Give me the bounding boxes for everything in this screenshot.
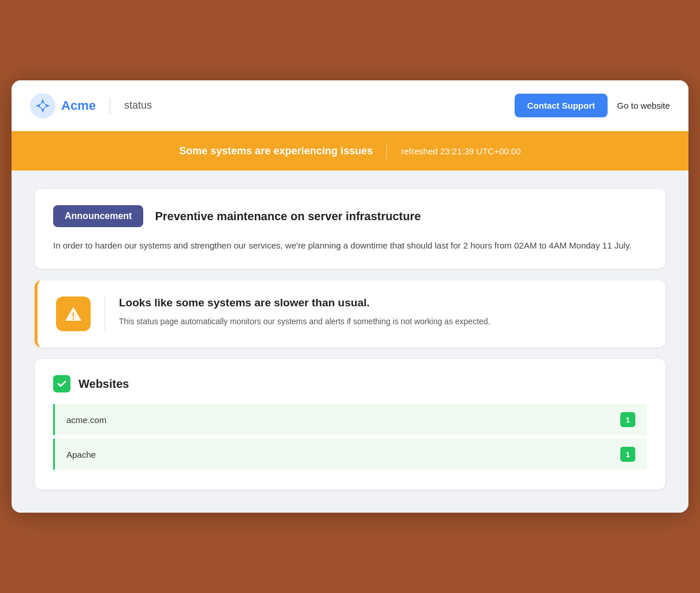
logo-divider <box>110 98 110 114</box>
website-name: acme.com <box>66 415 106 425</box>
website-count-badge: 1 <box>620 447 635 462</box>
websites-card: Websites acme.com 1 Apache 1 <box>35 359 665 490</box>
banner-refresh: refreshed 23:21:39 UTC+00:00 <box>401 146 520 156</box>
contact-support-button[interactable]: Contact Support <box>515 94 608 117</box>
browser-frame: Acme status Contact Support Go to websit… <box>12 80 688 513</box>
logo-name: Acme <box>61 98 96 113</box>
website-count-badge: 1 <box>620 412 635 427</box>
website-list-item: acme.com 1 <box>53 404 647 435</box>
warning-triangle-icon: ! <box>64 305 83 323</box>
warning-content: Looks like some systems are slower than … <box>119 296 647 328</box>
website-rows: acme.com 1 Apache 1 <box>53 404 647 470</box>
warning-icon: ! <box>56 296 91 331</box>
websites-header: Websites <box>53 375 647 392</box>
status-banner: Some systems are experiencing issues ref… <box>12 131 688 171</box>
acme-logo-icon <box>30 93 55 118</box>
banner-divider <box>386 143 387 159</box>
header: Acme status Contact Support Go to websit… <box>12 80 688 131</box>
logo-area: Acme status <box>30 93 152 118</box>
warning-card: ! Looks like some systems are slower tha… <box>35 280 665 347</box>
websites-title: Websites <box>79 377 129 391</box>
warning-title: Looks like some systems are slower than … <box>119 296 647 309</box>
svg-text:!: ! <box>72 312 75 321</box>
svg-point-0 <box>30 93 55 118</box>
warning-divider <box>105 296 105 331</box>
main-content: Announcement Preventive maintenance on s… <box>12 171 688 513</box>
announcement-title: Preventive maintenance on server infrast… <box>155 210 420 223</box>
announcement-body: In order to harden our systems and stren… <box>53 239 647 253</box>
website-name: Apache <box>66 450 96 459</box>
header-actions: Contact Support Go to website <box>515 94 670 117</box>
logo-status: status <box>124 99 152 112</box>
go-to-website-button[interactable]: Go to website <box>617 101 670 110</box>
banner-message: Some systems are experiencing issues <box>179 145 373 157</box>
announcement-header: Announcement Preventive maintenance on s… <box>53 205 647 227</box>
announcement-card: Announcement Preventive maintenance on s… <box>35 189 665 269</box>
website-list-item: Apache 1 <box>53 439 647 470</box>
warning-body: This status page automatically monitors … <box>119 315 647 328</box>
websites-check-icon <box>53 375 70 392</box>
announcement-badge: Announcement <box>53 205 143 227</box>
